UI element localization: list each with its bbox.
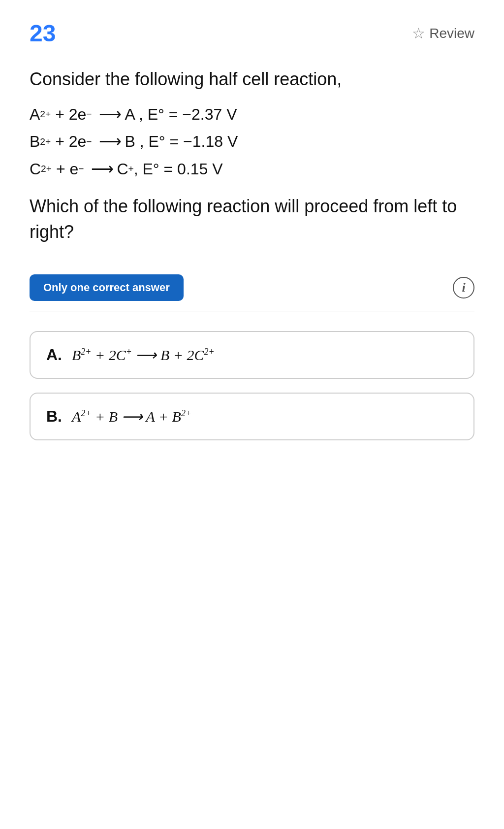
option-b-content: A2+ + B ⟶ A + B2+ bbox=[72, 408, 191, 425]
answer-type-badge: Only one correct answer bbox=[30, 274, 184, 301]
option-a-card[interactable]: A. B2+ + 2C+ ⟶ B + 2C2+ bbox=[30, 331, 474, 379]
reaction-3: C2+ + e− ⟶C+, E° = 0.15 V bbox=[30, 157, 474, 182]
question-number: 23 bbox=[30, 20, 56, 47]
sub-question: Which of the following reaction will pro… bbox=[30, 194, 474, 245]
option-a-content: B2+ + 2C+ ⟶ B + 2C2+ bbox=[72, 346, 215, 364]
info-icon[interactable]: i bbox=[453, 277, 474, 298]
option-b-label: B. bbox=[46, 407, 62, 426]
page-container: 23 ☆ Review Consider the following half … bbox=[0, 0, 504, 829]
reaction-1: A2+ + 2e− ⟶A , E° = −2.37 V bbox=[30, 102, 474, 127]
review-label: Review bbox=[429, 26, 474, 41]
option-a-label: A. bbox=[46, 346, 62, 364]
question-intro: Consider the following half cell reactio… bbox=[30, 66, 474, 92]
review-button[interactable]: ☆ Review bbox=[412, 25, 474, 42]
answer-type-section: Only one correct answer i bbox=[30, 274, 474, 301]
reactions-block: A2+ + 2e− ⟶A , E° = −2.37 V B2+ + 2e− ⟶B… bbox=[30, 102, 474, 182]
divider bbox=[30, 311, 474, 311]
reaction-2: B2+ + 2e− ⟶B , E° = −1.18 V bbox=[30, 129, 474, 154]
option-b-card[interactable]: B. A2+ + B ⟶ A + B2+ bbox=[30, 393, 474, 440]
star-icon: ☆ bbox=[412, 25, 425, 42]
header: 23 ☆ Review bbox=[30, 20, 474, 47]
